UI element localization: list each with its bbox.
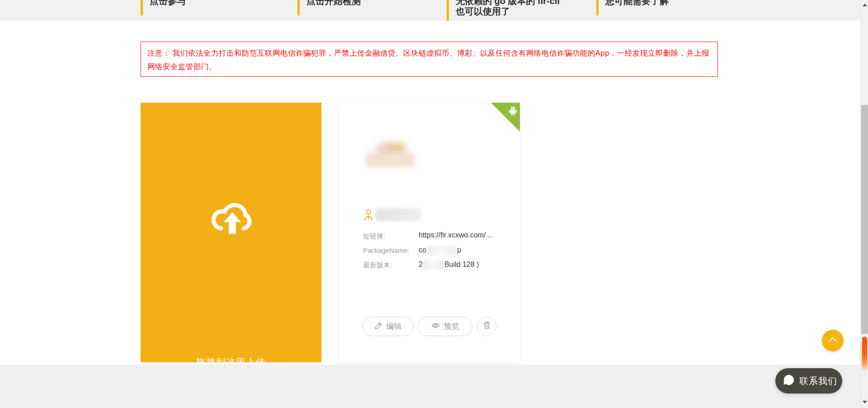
field-label: PackageName: [363,247,410,254]
contact-us-button[interactable]: 联系我们 [775,368,842,394]
field-label: 最新版本: [363,261,392,270]
trash-icon [483,321,491,332]
scrollbar-down-arrow-icon[interactable] [863,401,867,403]
fraud-warning-banner: 注意： 我们依法全力打击和防范互联网电信诈骗犯罪，严禁上传金融借贷、区块链虚拟币… [141,42,718,77]
scrollbar-thumb[interactable] [861,105,868,334]
strip-item-4[interactable]: 您可能需要了解 [596,0,741,15]
strip-item-3[interactable]: 无依赖的 go 版本的 fir-cli 也可以使用了 [447,0,591,21]
upload-dropzone[interactable]: 拖拽到这里上传 [141,103,321,362]
app-name-redacted [375,208,421,221]
strip-item-2[interactable]: 点击开始检测 [297,0,442,15]
field-package-name: PackageName: cop [363,247,512,257]
field-label: 短链接: [363,232,385,241]
back-to-top-button[interactable] [822,330,844,351]
field-short-link: 短链接: https://fir.xcxwo.com/... [363,232,512,243]
strip-item-1[interactable]: 点击参与 [141,0,285,15]
chat-bubble-icon [783,374,795,388]
android-icon [508,106,518,118]
short-link-value[interactable]: https://fir.xcxwo.com/... [419,231,492,239]
field-value-text: p [457,246,461,254]
page: 点击参与 点击开始检测 无依赖的 go 版本的 fir-cli 也可以使用了 您… [0,0,868,408]
field-value-text: https://fir.xcxwo.com/... [419,231,492,239]
eye-icon [431,322,440,331]
redacted-patch [427,246,457,256]
edit-button[interactable]: 编辑 [363,317,414,336]
fraud-warning-text: 注意： 我们依法全力打击和防范互联网电信诈骗犯罪，严禁上传金融借贷、区块链虚拟币… [147,49,709,71]
preview-button-label: 预览 [444,321,459,332]
strip-item-label: 点击参与 [150,0,285,6]
cloud-upload-icon [208,199,256,240]
field-value-text: 2 [419,261,423,268]
contact-us-label: 联系我们 [799,375,837,387]
strip-item-label: 您可能需要了解 [605,0,741,6]
app-card[interactable]: 短链接: https://fir.xcxwo.com/... PackageNa… [339,103,520,362]
chevron-up-icon [827,337,838,345]
pencil-icon [375,322,382,332]
delete-button[interactable] [477,317,496,336]
scrollbar-up-arrow-icon[interactable] [863,4,867,6]
field-latest-version: 最新版本: 2Build 128 ) [363,261,512,272]
field-value-text: Build 128 ) [444,261,479,268]
edit-button-label: 编辑 [387,321,402,332]
person-icon [363,209,373,223]
preview-button[interactable]: 预览 [418,317,472,336]
scroll-progress-indicator [862,337,867,369]
top-strip: 点击参与 点击开始检测 无依赖的 go 版本的 fir-cli 也可以使用了 您… [0,0,860,21]
scrollbar[interactable] [860,0,868,408]
app-logo-redacted [365,142,415,168]
strip-item-label: 点击开始检测 [307,0,442,6]
field-value-text: co [419,246,426,254]
version-value: 2Build 128 ) [419,260,479,270]
strip-item-label: 无依赖的 go 版本的 fir-cli 也可以使用了 [456,0,591,17]
package-name-value: cop [419,246,461,256]
footer-strip [0,365,860,408]
redacted-patch [423,260,444,270]
